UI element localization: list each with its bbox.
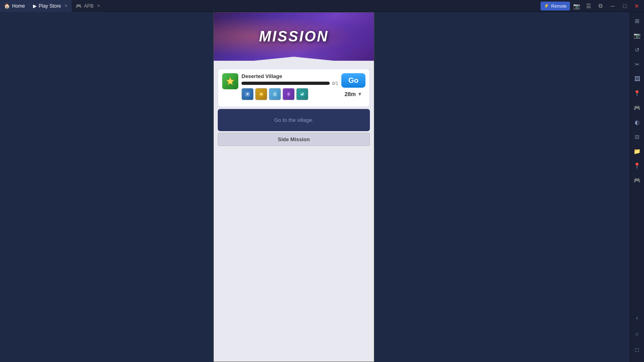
reward-row <box>242 88 338 100</box>
main-content: Mission Deserted Village <box>0 12 644 362</box>
mission-description: Go to the village. <box>218 109 370 131</box>
reward-icon-4 <box>283 88 295 100</box>
progress-bar-bg <box>242 82 330 85</box>
sidebar-scissors-icon[interactable]: ✂ <box>631 58 644 71</box>
game-empty-area <box>214 150 374 311</box>
mission-title: Mission <box>259 28 328 45</box>
progress-container: 0/1 <box>242 81 338 86</box>
tab-playstore[interactable]: ▶ Play Store ✕ <box>29 0 72 12</box>
home-icon: 🏠 <box>4 3 10 9</box>
arrow-left-icon[interactable]: ‹ <box>631 311 644 324</box>
mission-info: Deserted Village 0/1 <box>242 73 338 100</box>
sidebar-gamepad-icon[interactable]: 🎮 <box>631 101 644 114</box>
sidebar-image-icon[interactable]: 🖼 <box>631 72 644 85</box>
settings-button[interactable]: ☰ <box>583 0 594 12</box>
description-text: Go to the village. <box>274 117 314 123</box>
chevron-down-icon[interactable]: ▼ <box>357 91 362 97</box>
svg-marker-0 <box>226 77 234 85</box>
game-window: Mission Deserted Village <box>213 12 374 362</box>
reward-icon-3 <box>269 88 281 100</box>
go-button[interactable]: Go <box>341 73 365 88</box>
tab-apb-label: APB <box>84 3 93 9</box>
sidebar-folder-icon[interactable]: 📁 <box>631 145 644 158</box>
tab-home[interactable]: 🏠 Home <box>0 0 29 12</box>
minimize-button[interactable]: ─ <box>607 0 618 12</box>
circle-icon[interactable]: ○ <box>631 327 644 340</box>
tab-home-label: Home <box>12 3 25 9</box>
close-button[interactable]: ✕ <box>631 0 642 12</box>
mission-card-header: Deserted Village 0/1 <box>222 73 365 100</box>
screenshot-button[interactable]: 📷 <box>571 0 582 12</box>
side-mission-label: Side Mission <box>278 136 310 142</box>
remote-label: Remote <box>551 4 567 8</box>
mission-content: Deserted Village 0/1 <box>214 65 374 150</box>
tab-apb[interactable]: 🎮 APB ✕ <box>72 0 104 12</box>
side-mission-bar[interactable]: Side Mission <box>218 133 370 146</box>
playstore-icon: ▶ <box>33 3 37 9</box>
remote-button[interactable]: ⚡ Remote <box>541 2 570 10</box>
sidebar-back-icon[interactable]: ↺ <box>631 43 644 56</box>
reward-icon-5 <box>296 88 308 100</box>
svg-point-3 <box>260 93 262 95</box>
mission-banner: Mission <box>214 12 374 61</box>
time-value: 28m <box>345 91 356 97</box>
titlebar: 🏠 Home ▶ Play Store ✕ 🎮 APB ✕ ⚡ Remote 📷… <box>0 0 644 12</box>
mission-name: Deserted Village <box>242 73 338 79</box>
sidebar-circle-icon[interactable]: ◐ <box>631 116 644 129</box>
square-icon[interactable]: □ <box>631 343 644 356</box>
right-sidebar: ⊞ 📷 ↺ ✂ 🖼 📍 🎮 ◐ ⊟ 📁 📍 🎮 ‹ ○ □ <box>630 12 644 362</box>
sidebar-controller-icon[interactable]: 🎮 <box>631 174 644 187</box>
svg-point-6 <box>288 93 289 95</box>
mission-card-icon <box>222 73 238 89</box>
sidebar-apps-icon[interactable]: ⊟ <box>631 130 644 143</box>
tab-playstore-label: Play Store <box>39 3 61 9</box>
maximize-button[interactable]: □ <box>619 0 630 12</box>
reward-icon-1 <box>242 88 254 100</box>
progress-text: 0/1 <box>332 81 338 86</box>
sidebar-camera-icon[interactable]: 📷 <box>631 29 644 42</box>
sidebar-location-icon[interactable]: 📍 <box>631 159 644 172</box>
reward-icon-2 <box>255 88 267 100</box>
restore-button[interactable]: ⧉ <box>595 0 606 12</box>
time-display: 28m ▼ <box>345 91 362 97</box>
tab-playstore-close[interactable]: ✕ <box>64 4 68 8</box>
titlebar-controls: ⚡ Remote 📷 ☰ ⧉ ─ □ ✕ <box>541 0 644 12</box>
tab-apb-close[interactable]: ✕ <box>97 4 100 8</box>
sidebar-pin-icon[interactable]: 📍 <box>631 87 644 100</box>
sidebar-grid-icon[interactable]: ⊞ <box>631 14 644 27</box>
mission-card: Deserted Village 0/1 <box>218 69 370 107</box>
apb-icon: 🎮 <box>76 3 82 9</box>
remote-icon: ⚡ <box>544 3 549 8</box>
